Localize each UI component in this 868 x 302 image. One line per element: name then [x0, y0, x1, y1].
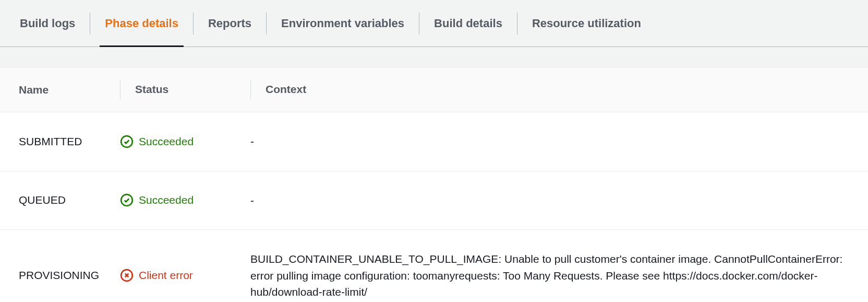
table-row: PROVISIONING Client error BUILD_CONTAINE…: [0, 230, 868, 303]
column-header-context[interactable]: Context: [235, 68, 868, 112]
status-badge: Succeeded: [120, 193, 235, 207]
phase-context: -: [235, 171, 868, 230]
phase-name: SUBMITTED: [0, 112, 120, 171]
phase-name: QUEUED: [0, 171, 120, 230]
phase-status-cell: Client error: [120, 230, 235, 303]
header-label: Name: [19, 84, 49, 96]
tab-label: Build details: [434, 17, 502, 30]
status-label: Client error: [139, 269, 193, 282]
phase-status-cell: Succeeded: [120, 112, 235, 171]
x-circle-icon: [120, 269, 134, 282]
tab-phase-details[interactable]: Phase details: [90, 11, 193, 36]
tabs-bar: Build logs Phase details Reports Environ…: [0, 0, 868, 47]
check-circle-icon: [120, 193, 134, 207]
table-body: SUBMITTED Succeeded - QUEUED: [0, 112, 868, 303]
content-area: Name Status Context SUBMITTED: [0, 47, 868, 302]
check-circle-icon: [120, 135, 134, 148]
phase-context: -: [235, 112, 868, 171]
phase-context: BUILD_CONTAINER_UNABLE_TO_PULL_IMAGE: Un…: [235, 230, 868, 303]
tab-environment-variables[interactable]: Environment variables: [267, 11, 419, 36]
tab-label: Build logs: [20, 17, 75, 30]
tab-build-logs[interactable]: Build logs: [5, 11, 90, 36]
header-divider: [250, 80, 251, 99]
status-badge: Client error: [120, 269, 235, 282]
phase-name: PROVISIONING: [0, 230, 120, 303]
table-row: SUBMITTED Succeeded -: [0, 112, 868, 171]
header-divider: [120, 80, 120, 99]
header-label: Context: [266, 83, 306, 95]
phase-status-cell: Succeeded: [120, 171, 235, 230]
phases-table: Name Status Context SUBMITTED: [0, 68, 868, 302]
status-label: Succeeded: [139, 135, 194, 148]
tab-label: Environment variables: [281, 17, 404, 30]
tab-build-details[interactable]: Build details: [419, 11, 517, 36]
tab-label: Resource utilization: [532, 17, 641, 30]
tab-label: Phase details: [105, 17, 178, 30]
tab-resource-utilization[interactable]: Resource utilization: [517, 11, 656, 36]
status-badge: Succeeded: [120, 135, 235, 148]
table-row: QUEUED Succeeded -: [0, 171, 868, 230]
header-label: Status: [135, 83, 168, 95]
column-header-status[interactable]: Status: [120, 68, 235, 112]
table-header: Name Status Context: [0, 68, 868, 112]
column-header-name[interactable]: Name: [0, 68, 120, 112]
status-label: Succeeded: [139, 194, 194, 206]
tab-label: Reports: [208, 17, 251, 30]
tab-reports[interactable]: Reports: [194, 11, 266, 36]
